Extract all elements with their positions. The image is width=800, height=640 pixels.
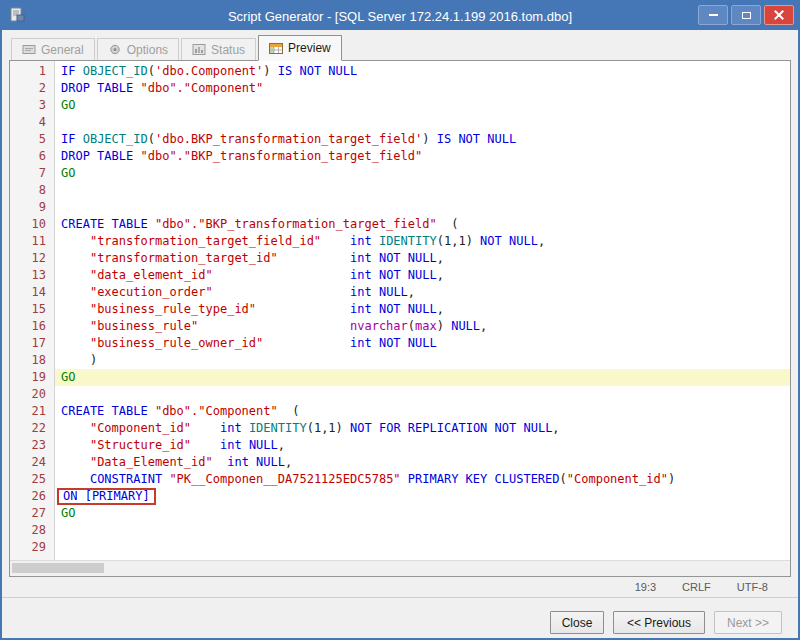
code-area[interactable]: 1IF OBJECT_ID('dbo.Component') IS NOT NU… [10,61,790,560]
line-number: 12 [10,250,55,267]
code-line: 6DROP TABLE "dbo"."BKP_transformation_ta… [10,148,790,165]
line-number: 13 [10,267,55,284]
line-number: 22 [10,420,55,437]
status-icon [192,43,206,56]
line-number: 28 [10,522,55,539]
code-line-text: "business_rule" nvarchar(max) NULL, [55,318,790,335]
tab-general[interactable]: General [11,38,95,60]
code-line-text [55,539,790,556]
code-line-text: "Component_id" int IDENTITY(1,1) NOT FOR… [55,420,790,437]
code-line-text: IF OBJECT_ID('dbo.BKP_transformation_tar… [55,131,790,148]
tab-status[interactable]: Status [181,38,256,60]
code-line: 27GO [10,505,790,522]
code-line: 25 CONSTRAINT "PK__Componen__DA7521125ED… [10,471,790,488]
line-number: 2 [10,80,55,97]
code-line: 2DROP TABLE "dbo"."Component" [10,80,790,97]
code-line-text: "business_rule_type_id" int NOT NULL, [55,301,790,318]
code-line: 22 "Component_id" int IDENTITY(1,1) NOT … [10,420,790,437]
eol-mode: CRLF [682,581,711,593]
code-line-text: CONSTRAINT "PK__Componen__DA7521125EDC57… [55,471,790,488]
code-line: 29 [10,539,790,556]
code-line-text: GO [55,369,790,386]
line-number: 11 [10,233,55,250]
wizard-icon [22,43,36,56]
horizontal-scrollbar-thumb[interactable] [12,563,104,573]
code-line: 17 "business_rule_owner_id" int NOT NULL [10,335,790,352]
code-line-text: CREATE TABLE "dbo"."BKP_transformation_t… [55,216,790,233]
app-icon [8,6,26,24]
maximize-button[interactable] [731,5,761,25]
line-number: 3 [10,97,55,114]
code-line-text: "transformation_target_id" int NOT NULL, [55,250,790,267]
titlebar[interactable]: Script Generator - [SQL Server 172.24.1.… [2,2,798,30]
line-number: 9 [10,199,55,216]
line-number: 7 [10,165,55,182]
code-line-text: ) [55,352,790,369]
tab-label: Options [127,43,168,57]
code-line-text: "transformation_target_field_id" int IDE… [55,233,790,250]
minimize-button[interactable] [698,5,728,25]
code-line-text: GO [55,165,790,182]
code-line: 24 "Data_Element_id" int NULL, [10,454,790,471]
previous-button[interactable]: << Previous [613,611,705,634]
editor-status-bar: 19:3 CRLF UTF-8 [2,577,798,598]
code-line-text: "execution_order" int NULL, [55,284,790,301]
code-line-text: "Structure_id" int NULL, [55,437,790,454]
code-line: 21CREATE TABLE "dbo"."Component" ( [10,403,790,420]
line-number: 17 [10,335,55,352]
code-line-text: "Data_Element_id" int NULL, [55,454,790,471]
tab-preview[interactable]: Preview [258,35,342,61]
line-number: 19 [10,369,55,386]
code-line: 7GO [10,165,790,182]
line-number: 27 [10,505,55,522]
horizontal-scrollbar[interactable] [10,560,790,576]
annotation-highlight-box: ON [PRIMARY] [57,488,156,505]
line-number: 20 [10,386,55,403]
line-number: 16 [10,318,55,335]
code-line-text: "business_rule_owner_id" int NOT NULL [55,335,790,352]
line-number: 23 [10,437,55,454]
next-button: Next >> [714,611,782,634]
code-line: 5IF OBJECT_ID('dbo.BKP_transformation_ta… [10,131,790,148]
code-line: 11 "transformation_target_field_id" int … [10,233,790,250]
preview-table-icon [269,42,283,55]
code-line: 20 [10,386,790,403]
line-number: 14 [10,284,55,301]
close-button[interactable]: Close [550,611,604,634]
caret-position: 19:3 [635,581,656,593]
maximize-icon [742,12,751,19]
sql-preview-editor[interactable]: 1IF OBJECT_ID('dbo.Component') IS NOT NU… [9,60,791,577]
code-line-text [55,199,790,216]
line-number: 24 [10,454,55,471]
tab-label: General [41,43,84,57]
tab-options[interactable]: Options [97,38,179,60]
tab-label: Status [211,43,245,57]
close-window-button[interactable] [764,5,794,25]
code-line-text: DROP TABLE "dbo"."BKP_transformation_tar… [55,148,790,165]
code-line-text: GO [55,97,790,114]
code-line-text: GO [55,505,790,522]
dialog-footer: Close << Previous Next >> [2,598,798,638]
close-icon [774,10,784,20]
code-line: 8 [10,182,790,199]
code-line: 26ON [PRIMARY] [10,488,790,505]
window-controls [698,5,794,25]
code-line: 15 "business_rule_type_id" int NOT NULL, [10,301,790,318]
code-line: 19GO [10,369,790,386]
code-line: 13 "data_element_id" int NOT NULL, [10,267,790,284]
tab-bar: General Options Status Preview [2,30,798,60]
code-line: 12 "transformation_target_id" int NOT NU… [10,250,790,267]
code-line-text [55,114,790,131]
code-line: 3GO [10,97,790,114]
code-line: 9 [10,199,790,216]
line-number: 5 [10,131,55,148]
code-line-text: "data_element_id" int NOT NULL, [55,267,790,284]
line-number: 21 [10,403,55,420]
code-line: 23 "Structure_id" int NULL, [10,437,790,454]
code-line: 16 "business_rule" nvarchar(max) NULL, [10,318,790,335]
line-number: 1 [10,63,55,80]
code-line-text: DROP TABLE "dbo"."Component" [55,80,790,97]
line-number: 4 [10,114,55,131]
code-line-text [55,522,790,539]
code-line: 28 [10,522,790,539]
